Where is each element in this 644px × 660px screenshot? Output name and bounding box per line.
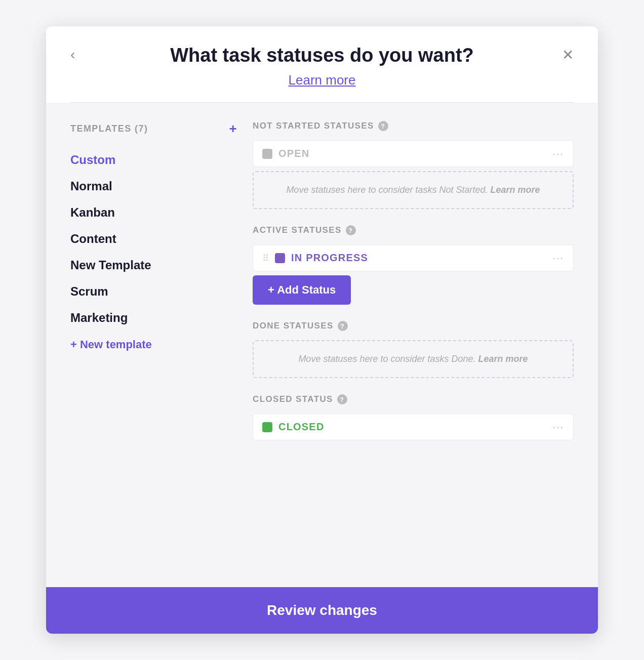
closed-status-name: CLOSED xyxy=(278,421,546,433)
not-started-help-icon[interactable]: ? xyxy=(378,121,388,131)
open-status-item: OPEN ··· xyxy=(253,140,574,167)
modal: ‹ What task statuses do you want? Learn … xyxy=(46,26,598,634)
sidebar-item-content[interactable]: Content xyxy=(70,226,237,252)
not-started-section: NOT STARTED STATUSES ? OPEN ··· Move sta… xyxy=(253,121,574,209)
sidebar-item-marketing[interactable]: Marketing xyxy=(70,305,237,331)
in-progress-status-item: ⠿ IN PROGRESS ··· xyxy=(253,244,574,271)
review-changes-button[interactable]: Review changes xyxy=(70,602,574,618)
not-started-learn-more-link[interactable]: Learn more xyxy=(491,185,540,195)
open-status-more-button[interactable]: ··· xyxy=(552,148,564,159)
done-learn-more-link[interactable]: Learn more xyxy=(478,354,528,364)
done-help-icon[interactable]: ? xyxy=(338,321,348,331)
close-button[interactable]: ✕ xyxy=(558,45,578,65)
in-progress-status-dot xyxy=(275,253,285,263)
add-template-icon[interactable]: + xyxy=(229,121,237,137)
learn-more-link[interactable]: Learn more xyxy=(289,72,356,88)
closed-status-more-button[interactable]: ··· xyxy=(552,421,564,433)
closed-status-item: CLOSED ··· xyxy=(253,414,574,440)
closed-status-dot xyxy=(262,422,272,432)
closed-help-icon[interactable]: ? xyxy=(337,394,347,404)
not-started-label: NOT STARTED STATUSES ? xyxy=(253,121,574,131)
closed-label: CLOSED STATUS ? xyxy=(253,394,574,404)
open-status-dot xyxy=(262,149,272,159)
closed-section: CLOSED STATUS ? CLOSED ··· xyxy=(253,394,574,440)
done-label: DONE STATUSES ? xyxy=(253,321,574,331)
sidebar-item-normal[interactable]: Normal xyxy=(70,173,237,199)
review-bar: Review changes xyxy=(46,587,598,634)
sidebar-item-scrum[interactable]: Scrum xyxy=(70,278,237,305)
template-list: Custom Normal Kanban Content New Templat… xyxy=(70,147,237,331)
templates-label: TEMPLATES (7) xyxy=(70,123,148,134)
modal-body: TEMPLATES (7) + Custom Normal Kanban Con… xyxy=(46,103,598,587)
status-panel: NOT STARTED STATUSES ? OPEN ··· Move sta… xyxy=(253,121,574,569)
sidebar-item-custom[interactable]: Custom xyxy=(70,147,237,173)
sidebar-item-kanban[interactable]: Kanban xyxy=(70,199,237,226)
sidebar: TEMPLATES (7) + Custom Normal Kanban Con… xyxy=(70,121,253,569)
modal-header: ‹ What task statuses do you want? Learn … xyxy=(46,26,598,103)
back-button[interactable]: ‹ xyxy=(66,45,79,65)
page-title: What task statuses do you want? xyxy=(70,45,574,66)
sidebar-item-new-template[interactable]: New Template xyxy=(70,252,237,278)
templates-section-header: TEMPLATES (7) + xyxy=(70,121,237,137)
new-template-button[interactable]: + New template xyxy=(70,338,237,351)
active-label: ACTIVE STATUSES ? xyxy=(253,225,574,235)
active-help-icon[interactable]: ? xyxy=(346,225,356,235)
header-divider xyxy=(70,102,574,103)
add-status-button[interactable]: + Add Status xyxy=(253,275,351,305)
done-section: DONE STATUSES ? Move statuses here to co… xyxy=(253,321,574,378)
in-progress-status-name: IN PROGRESS xyxy=(291,252,546,264)
done-drop-zone: Move statuses here to consider tasks Don… xyxy=(253,340,574,378)
open-status-name: OPEN xyxy=(278,148,546,159)
not-started-drop-zone: Move statuses here to consider tasks Not… xyxy=(253,171,574,209)
active-section: ACTIVE STATUSES ? ⠿ IN PROGRESS ··· + Ad… xyxy=(253,225,574,305)
in-progress-status-more-button[interactable]: ··· xyxy=(552,252,564,264)
in-progress-drag-handle[interactable]: ⠿ xyxy=(262,253,269,264)
